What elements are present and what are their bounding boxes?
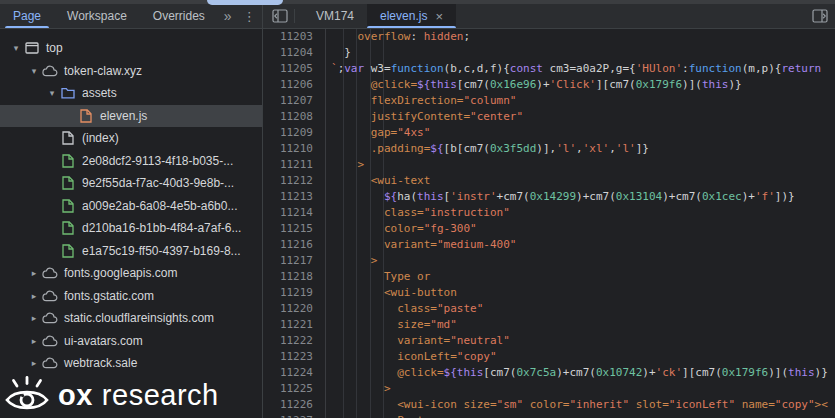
- editor-tab-eleven-js[interactable]: eleven.js×: [367, 4, 456, 28]
- line-number[interactable]: 11211: [263, 157, 326, 173]
- more-options-icon[interactable]: ⋮: [237, 9, 262, 24]
- code-line[interactable]: 11221 size="md": [263, 317, 835, 333]
- code-text: <wui-button: [326, 285, 457, 301]
- tree-item-e1a75c19-ff50-4397-b169-8[interactable]: e1a75c19-ff50-4397-b169-8...: [0, 240, 262, 263]
- code-text: ${ha(this['instr'+cm7(0x14299)+cm7(0x131…: [326, 189, 795, 205]
- line-number[interactable]: 11210: [263, 141, 326, 157]
- line-number[interactable]: 11203: [263, 29, 326, 45]
- code-text: color="fg-300": [326, 221, 477, 237]
- line-number[interactable]: 11206: [263, 77, 326, 93]
- code-line[interactable]: 11223 iconLeft="copy": [263, 349, 835, 365]
- line-number[interactable]: 11214: [263, 205, 326, 221]
- chevron-right-icon[interactable]: ▸: [26, 268, 42, 278]
- chevron-down-icon[interactable]: ▾: [8, 43, 24, 53]
- code-text: <wui-icon size="sm" color="inherit" slot…: [326, 397, 828, 413]
- file-gray-icon: [60, 130, 76, 146]
- line-number[interactable]: 11217: [263, 253, 326, 269]
- code-line[interactable]: 11219 <wui-button: [263, 285, 835, 301]
- code-line[interactable]: 11204 }: [263, 45, 835, 61]
- tree-item-label: 9e2f55da-f7ac-40d3-9e8b-...: [82, 176, 234, 190]
- code-line[interactable]: 11203 overflow: hidden;: [263, 29, 835, 45]
- line-number[interactable]: 11209: [263, 125, 326, 141]
- tree-item-assets[interactable]: ▾assets: [0, 82, 262, 105]
- code-text: .padding=${[b[cm7(0x3f5dd)],'l','xl','l'…: [326, 141, 649, 157]
- tab-overrides[interactable]: Overrides: [140, 4, 218, 28]
- line-number[interactable]: 11222: [263, 333, 326, 349]
- file-green-icon: [60, 198, 76, 214]
- code-line[interactable]: 11222 variant="neutral": [263, 333, 835, 349]
- code-text: size="md": [326, 317, 457, 333]
- code-line[interactable]: 11208 justifyContent="center": [263, 109, 835, 125]
- code-line[interactable]: 11215 color="fg-300": [263, 221, 835, 237]
- tab-workspace[interactable]: Workspace: [54, 4, 140, 28]
- tree-item-top[interactable]: ▾top: [0, 37, 262, 60]
- line-number[interactable]: 11221: [263, 317, 326, 333]
- tabbar-separator: [294, 9, 295, 23]
- code-line[interactable]: 11209 gap="4xs": [263, 125, 835, 141]
- sources-navigator-panel: PageWorkspaceOverrides » ⋮ ▾top▾token-cl…: [0, 4, 262, 418]
- hide-navigator-icon[interactable]: [272, 4, 288, 28]
- editor-tab-vm174[interactable]: VM174: [303, 4, 367, 28]
- tree-item-9e2f55da-f7ac-40d3-9e8b[interactable]: 9e2f55da-f7ac-40d3-9e8b-...: [0, 172, 262, 195]
- line-number[interactable]: 11216: [263, 237, 326, 253]
- file-green-icon: [60, 175, 76, 191]
- code-line[interactable]: 11206 @click=${this[cm7(0x16e96)+'Click'…: [263, 77, 835, 93]
- code-line[interactable]: 11224 @click=${this[cm7(0x7c5a)+cm7(0x10…: [263, 365, 835, 381]
- code-line[interactable]: 11207 flexDirection="column": [263, 93, 835, 109]
- code-editor[interactable]: 11203 overflow: hidden;11204 }11205`;var…: [263, 29, 835, 418]
- tree-item-fonts-gstatic-com[interactable]: ▸fonts.gstatic.com: [0, 285, 262, 308]
- code-line[interactable]: 11227 Paste: [263, 413, 835, 418]
- code-line[interactable]: 11226 <wui-icon size="sm" color="inherit…: [263, 397, 835, 413]
- chevron-right-icon[interactable]: ▸: [26, 358, 42, 368]
- line-number[interactable]: 11207: [263, 93, 326, 109]
- chevron-down-icon[interactable]: ▾: [26, 66, 42, 76]
- tab-page[interactable]: Page: [0, 4, 54, 28]
- code-text: <wui-text: [326, 173, 430, 189]
- code-text: >: [326, 157, 364, 173]
- cloud-icon: [42, 63, 58, 79]
- code-line[interactable]: 11225 >: [263, 381, 835, 397]
- tree-item-a009e2ab-6a08-4e5b-a6b0[interactable]: a009e2ab-6a08-4e5b-a6b0...: [0, 195, 262, 218]
- more-tabs-icon[interactable]: »: [218, 8, 237, 24]
- chevron-right-icon[interactable]: ▸: [26, 291, 42, 301]
- line-number[interactable]: 11213: [263, 189, 326, 205]
- line-number[interactable]: 11215: [263, 221, 326, 237]
- line-number[interactable]: 11205: [263, 61, 326, 77]
- line-number[interactable]: 11225: [263, 381, 326, 397]
- code-line[interactable]: 11216 variant="medium-400": [263, 237, 835, 253]
- line-number[interactable]: 11224: [263, 365, 326, 381]
- line-number[interactable]: 11220: [263, 301, 326, 317]
- line-number[interactable]: 11204: [263, 45, 326, 61]
- line-number[interactable]: 11218: [263, 269, 326, 285]
- code-line[interactable]: 11213 ${ha(this['instr'+cm7(0x14299)+cm7…: [263, 189, 835, 205]
- code-line[interactable]: 11211 >: [263, 157, 835, 173]
- tree-item-2e08dcf2-9113-4f18-b035[interactable]: 2e08dcf2-9113-4f18-b035-...: [0, 150, 262, 173]
- line-number[interactable]: 11227: [263, 413, 326, 418]
- code-line[interactable]: 11210 .padding=${[b[cm7(0x3f5dd)],'l','x…: [263, 141, 835, 157]
- tree-item-ui-avatars-com[interactable]: ▸ui-avatars.com: [0, 330, 262, 353]
- chevron-down-icon[interactable]: ▾: [44, 88, 60, 98]
- tree-item-webtrack-sale[interactable]: ▸webtrack.sale: [0, 352, 262, 375]
- tree-item-static-cloudflareinsights-com[interactable]: ▸static.cloudflareinsights.com: [0, 307, 262, 330]
- chevron-right-icon[interactable]: ▸: [26, 313, 42, 323]
- line-number[interactable]: 11226: [263, 397, 326, 413]
- tree-item-d210ba16-b1bb-4f84-a7af-6[interactable]: d210ba16-b1bb-4f84-a7af-6...: [0, 217, 262, 240]
- tab-close-icon[interactable]: ×: [435, 9, 443, 24]
- code-line[interactable]: 11212 <wui-text: [263, 173, 835, 189]
- tree-item-label: d210ba16-b1bb-4f84-a7af-6...: [82, 221, 241, 235]
- code-line[interactable]: 11205`;var w3=function(b,c,d,f){const cm…: [263, 61, 835, 77]
- tree-item-token-claw-xyz[interactable]: ▾token-claw.xyz: [0, 60, 262, 83]
- line-number[interactable]: 11219: [263, 285, 326, 301]
- tree-item-eleven-js[interactable]: eleven.js: [0, 105, 262, 128]
- tree-item-fonts-googleapis-com[interactable]: ▸fonts.googleapis.com: [0, 262, 262, 285]
- chevron-right-icon[interactable]: ▸: [26, 336, 42, 346]
- line-number[interactable]: 11208: [263, 109, 326, 125]
- show-debugger-sidebar-icon[interactable]: [812, 9, 828, 26]
- code-line[interactable]: 11214 class="instruction": [263, 205, 835, 221]
- code-line[interactable]: 11218 Type or: [263, 269, 835, 285]
- line-number[interactable]: 11223: [263, 349, 326, 365]
- tree-item-index[interactable]: (index): [0, 127, 262, 150]
- line-number[interactable]: 11212: [263, 173, 326, 189]
- code-line[interactable]: 11220 class="paste": [263, 301, 835, 317]
- code-line[interactable]: 11217 >: [263, 253, 835, 269]
